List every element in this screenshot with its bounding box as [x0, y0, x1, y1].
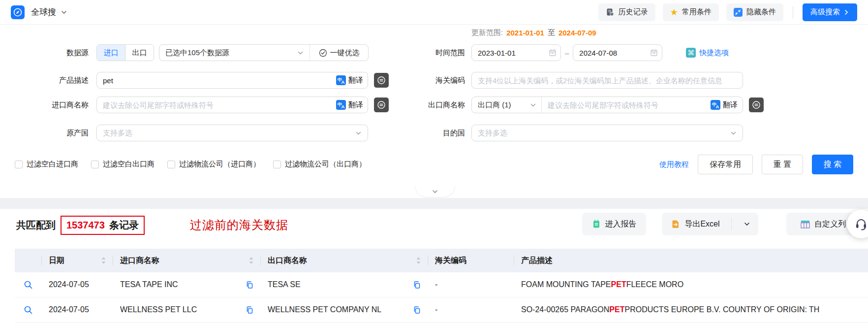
hide-conditions-button[interactable]: 隐藏条件	[726, 3, 783, 21]
data-source-select[interactable]: 已选中105个数据源	[159, 48, 310, 58]
update-range-to: 至	[548, 28, 555, 37]
one-click-optimize-button[interactable]: 一键优选	[310, 45, 368, 61]
exporter-type-select[interactable]: 出口商 (1)	[472, 97, 542, 113]
translate-label: 翻译	[348, 100, 363, 110]
copy-icon[interactable]	[413, 306, 421, 314]
sort-icon[interactable]	[101, 257, 106, 264]
exact-match-toggle[interactable]	[749, 98, 764, 112]
end-date-input[interactable]	[573, 44, 662, 61]
product-desc-wrap: 中A 翻译	[96, 72, 368, 89]
search-button[interactable]: 搜 索	[812, 155, 853, 174]
checkbox[interactable]	[91, 161, 99, 168]
export-excel-button[interactable]: 导出Excel	[662, 213, 758, 235]
export-excel-main[interactable]: 导出Excel	[662, 213, 726, 235]
check-circle-icon	[319, 49, 327, 57]
column-header[interactable]: 日期	[42, 249, 113, 272]
chevron-down-icon[interactable]	[61, 9, 67, 16]
product-desc-label: 产品描述	[16, 76, 89, 85]
hs-code-input[interactable]	[471, 72, 743, 89]
sort-icon[interactable]	[248, 257, 254, 264]
circled-lines-icon	[377, 100, 386, 109]
table-row[interactable]: 2024-07-05TESA TAPE INCTESA SE-FOAM MOUN…	[15, 272, 868, 297]
headset-icon	[854, 217, 868, 231]
section-divider-band	[0, 198, 868, 209]
importer-input[interactable]	[96, 97, 368, 113]
update-range-end: 2024-07-09	[558, 29, 596, 37]
origin-country-select[interactable]: 支持多选	[96, 125, 368, 141]
magnifier-icon[interactable]	[24, 280, 33, 290]
column-label: 进口商名称	[120, 256, 159, 266]
copy-icon[interactable]	[246, 281, 254, 289]
translate-button[interactable]: 中A 翻译	[709, 100, 738, 110]
export-dropdown-button[interactable]	[736, 213, 758, 235]
translate-button[interactable]: 中A 翻译	[334, 75, 363, 85]
copy-icon[interactable]	[413, 281, 421, 289]
origin-country-label: 原产国	[16, 129, 89, 138]
exact-match-toggle[interactable]	[374, 73, 389, 88]
date-cell: 2024-07-05	[42, 280, 113, 289]
row-detail-cell	[15, 305, 42, 315]
chevron-down-icon	[297, 50, 304, 56]
quick-options-link[interactable]: ⌘ 快捷选项	[686, 48, 729, 58]
exact-match-toggle[interactable]	[374, 98, 389, 112]
export-tab[interactable]: 出口	[125, 45, 154, 61]
filter-checkbox-item[interactable]: 过滤物流公司（出口商）	[273, 160, 366, 169]
checkbox[interactable]	[273, 161, 281, 168]
data-source-combo: 已选中105个数据源 一键优选	[159, 44, 369, 61]
product-desc-row: 产品描述 中A 翻译	[16, 72, 389, 89]
tutorial-link[interactable]: 使用教程	[659, 160, 689, 169]
translate-button[interactable]: 中A 翻译	[334, 100, 363, 110]
filter-row: 过滤空白进口商过滤空白出口商过滤物流公司（进口商）过滤物流公司（出口商）	[15, 160, 366, 169]
exporter-input-wrap: 中A 翻译	[542, 97, 743, 113]
column-header[interactable]: 进口商名称	[113, 249, 261, 272]
filter-label: 过滤空白出口商	[103, 160, 155, 169]
filter-checkbox-item[interactable]: 过滤空白出口商	[91, 160, 155, 169]
import-tab[interactable]: 进口	[97, 45, 125, 61]
translate-icon: 中A	[711, 100, 720, 110]
export-divider	[731, 218, 732, 230]
description-cell: FOAM MOUNTING TAPE PET FLEECE MORO	[514, 280, 868, 289]
row-detail-cell	[15, 280, 42, 290]
magnifier-icon[interactable]	[24, 305, 33, 315]
checkbox[interactable]	[15, 161, 23, 168]
checkbox[interactable]	[167, 161, 175, 168]
column-header: 产品描述	[514, 249, 868, 272]
history-button[interactable]: 历史记录	[598, 3, 655, 21]
filter-label: 过滤物流公司（进口商）	[179, 160, 260, 169]
column-header[interactable]: 出口商名称	[261, 249, 428, 272]
chevron-down-icon	[530, 102, 536, 108]
product-desc-input[interactable]	[96, 72, 368, 89]
start-date-box	[471, 44, 561, 61]
column-label: 出口商名称	[268, 256, 307, 266]
hs-code-wrap	[471, 72, 743, 89]
exporter-row: 出口商名称 出口商 (1) 中A 翻译	[423, 97, 764, 113]
reset-button[interactable]: 重 置	[762, 155, 803, 174]
sort-icon[interactable]	[416, 257, 421, 264]
history-label: 历史记录	[619, 7, 648, 17]
table-row[interactable]: 2024-07-05WELLNESS PET LLCWELLNESS PET C…	[15, 297, 868, 323]
copy-icon[interactable]	[246, 306, 254, 314]
enter-report-button[interactable]: 进入报告	[582, 213, 646, 235]
importer-row: 进口商名称 中A 翻译	[16, 97, 389, 113]
star-icon: ★	[670, 8, 678, 17]
favorites-button[interactable]: ★ 常用条件	[663, 3, 719, 21]
collapse-panel-tab[interactable]	[415, 186, 455, 197]
date-separator: –	[565, 49, 569, 57]
start-date-input[interactable]	[471, 44, 561, 61]
time-range-label: 时间范围	[423, 48, 465, 58]
exporter-label: 出口商名称	[423, 100, 465, 110]
chevron-down-icon	[730, 130, 737, 136]
translate-label: 翻译	[723, 100, 738, 110]
filter-checkbox-item[interactable]: 过滤物流公司（进口商）	[167, 160, 260, 169]
update-range-label: 更新范围:	[471, 28, 503, 37]
circled-lines-icon	[752, 100, 761, 109]
filter-label: 过滤物流公司（出口商）	[285, 160, 366, 169]
save-common-button[interactable]: 保存常用	[698, 155, 753, 174]
filter-checkbox-item[interactable]: 过滤空白进口商	[15, 160, 78, 169]
hide-conditions-label: 隐藏条件	[746, 7, 776, 17]
advanced-search-label: 高级搜索	[810, 7, 840, 17]
dest-country-select[interactable]: 支持多选	[471, 125, 743, 141]
advanced-search-button[interactable]: 高级搜索	[803, 3, 857, 21]
form-actions: 使用教程 保存常用 重 置 搜 索	[659, 155, 853, 174]
svg-text:A: A	[716, 104, 719, 109]
